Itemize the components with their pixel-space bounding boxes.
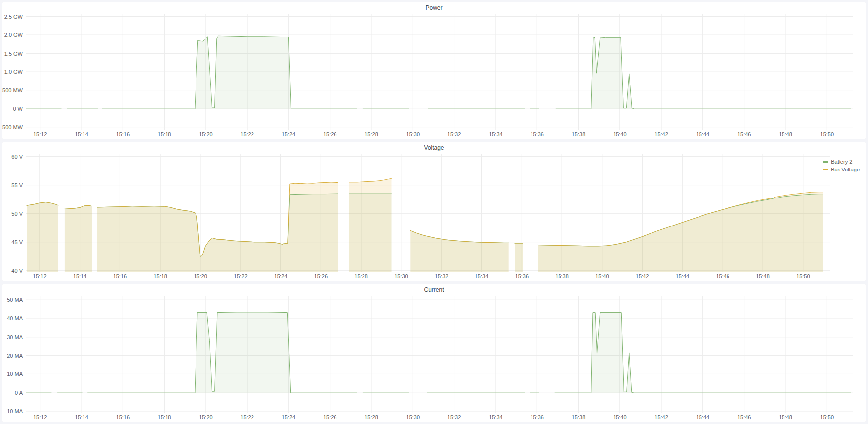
svg-text:15:26: 15:26 [323, 414, 337, 420]
svg-text:1.5 GW: 1.5 GW [4, 51, 23, 57]
svg-text:15:28: 15:28 [354, 273, 368, 279]
svg-text:15:44: 15:44 [696, 131, 710, 137]
svg-text:15:16: 15:16 [113, 273, 127, 279]
svg-text:15:38: 15:38 [572, 131, 586, 137]
battery-2-swatch-icon [823, 161, 828, 163]
svg-text:50 MA: 50 MA [7, 297, 23, 303]
svg-text:15:48: 15:48 [779, 131, 792, 137]
svg-text:15:22: 15:22 [240, 131, 254, 137]
svg-text:15:26: 15:26 [323, 131, 337, 137]
svg-text:15:18: 15:18 [158, 131, 171, 137]
svg-text:15:34: 15:34 [489, 414, 503, 420]
svg-text:15:30: 15:30 [394, 273, 408, 279]
svg-text:15:30: 15:30 [406, 414, 420, 420]
panel-voltage: Voltage 60 V55 V50 V45 V40 V15:1215:1415… [2, 142, 866, 281]
svg-text:15:26: 15:26 [314, 273, 328, 279]
svg-text:15:12: 15:12 [33, 273, 47, 279]
svg-text:2.5 GW: 2.5 GW [4, 14, 23, 20]
svg-text:15:30: 15:30 [406, 131, 420, 137]
svg-text:15:24: 15:24 [282, 131, 296, 137]
svg-text:2.0 GW: 2.0 GW [4, 32, 23, 38]
svg-text:1.0 GW: 1.0 GW [4, 69, 23, 75]
svg-text:15:40: 15:40 [613, 414, 627, 420]
svg-text:45 V: 45 V [11, 239, 23, 245]
voltage-legend: Battery 2 Bus Voltage [823, 158, 860, 173]
svg-text:15:24: 15:24 [282, 414, 296, 420]
svg-text:60 V: 60 V [11, 154, 23, 160]
svg-text:15:42: 15:42 [636, 273, 649, 279]
svg-text:15:46: 15:46 [737, 131, 751, 137]
panel-title-current[interactable]: Current [2, 284, 866, 295]
legend-label-battery-2: Battery 2 [831, 158, 852, 166]
svg-text:15:22: 15:22 [234, 273, 248, 279]
legend-item-battery-2[interactable]: Battery 2 [823, 158, 852, 166]
svg-text:10 MA: 10 MA [7, 371, 23, 377]
svg-text:40 MA: 40 MA [7, 315, 23, 321]
current-chart[interactable]: 50 MA40 MA30 MA20 MA10 MA0 A-10 MA15:121… [2, 295, 866, 422]
svg-text:15:16: 15:16 [116, 131, 130, 137]
svg-text:15:12: 15:12 [33, 414, 47, 420]
svg-text:15:44: 15:44 [696, 414, 710, 420]
svg-text:55 V: 55 V [11, 182, 23, 188]
svg-text:30 MA: 30 MA [7, 334, 23, 340]
svg-text:15:46: 15:46 [737, 414, 751, 420]
svg-text:15:42: 15:42 [654, 414, 668, 420]
svg-text:15:14: 15:14 [73, 273, 87, 279]
svg-text:0 A: 0 A [15, 390, 23, 396]
svg-text:15:38: 15:38 [572, 414, 586, 420]
svg-text:15:20: 15:20 [194, 273, 207, 279]
svg-text:15:20: 15:20 [199, 414, 213, 420]
svg-text:15:36: 15:36 [515, 273, 529, 279]
bus-voltage-swatch-icon [823, 169, 828, 170]
legend-item-bus-voltage[interactable]: Bus Voltage [823, 166, 860, 173]
svg-text:15:44: 15:44 [676, 273, 690, 279]
svg-text:15:46: 15:46 [716, 273, 729, 279]
panel-title-power[interactable]: Power [2, 2, 866, 13]
svg-text:15:28: 15:28 [364, 131, 378, 137]
panel-power: Power 2.5 GW2.0 GW1.5 GW1.0 GW500 MW0 W-… [2, 2, 866, 139]
legend-label-bus-voltage: Bus Voltage [831, 166, 860, 173]
svg-text:15:34: 15:34 [475, 273, 489, 279]
svg-text:-500 MW: -500 MW [2, 124, 23, 130]
svg-text:15:36: 15:36 [530, 131, 544, 137]
svg-text:-10 MA: -10 MA [5, 408, 23, 414]
svg-text:15:48: 15:48 [779, 414, 792, 420]
svg-text:15:28: 15:28 [364, 414, 378, 420]
dashboard: Power 2.5 GW2.0 GW1.5 GW1.0 GW500 MW0 W-… [0, 0, 868, 424]
svg-text:15:42: 15:42 [654, 131, 668, 137]
svg-text:50 V: 50 V [11, 211, 23, 217]
svg-text:15:14: 15:14 [75, 131, 88, 137]
svg-text:40 V: 40 V [11, 268, 23, 274]
svg-text:15:18: 15:18 [158, 414, 171, 420]
panel-current: Current 50 MA40 MA30 MA20 MA10 MA0 A-10 … [2, 284, 866, 422]
svg-text:15:32: 15:32 [435, 273, 448, 279]
svg-text:15:50: 15:50 [820, 414, 834, 420]
panel-title-voltage[interactable]: Voltage [2, 142, 866, 153]
svg-text:15:50: 15:50 [820, 131, 834, 137]
svg-text:20 MA: 20 MA [7, 353, 23, 359]
svg-text:15:18: 15:18 [153, 273, 167, 279]
svg-text:15:24: 15:24 [274, 273, 288, 279]
svg-text:15:32: 15:32 [448, 131, 461, 137]
svg-text:15:20: 15:20 [199, 131, 213, 137]
svg-text:15:50: 15:50 [796, 273, 810, 279]
svg-text:15:38: 15:38 [555, 273, 569, 279]
svg-text:15:14: 15:14 [75, 414, 88, 420]
svg-text:15:40: 15:40 [613, 131, 627, 137]
svg-text:15:32: 15:32 [448, 414, 461, 420]
svg-text:15:36: 15:36 [530, 414, 544, 420]
voltage-chart[interactable]: 60 V55 V50 V45 V40 V15:1215:1415:1615:18… [2, 153, 866, 281]
svg-text:0 W: 0 W [13, 106, 23, 112]
power-chart[interactable]: 2.5 GW2.0 GW1.5 GW1.0 GW500 MW0 W-500 MW… [2, 13, 866, 139]
svg-text:15:34: 15:34 [489, 131, 503, 137]
svg-text:15:48: 15:48 [756, 273, 770, 279]
svg-text:15:12: 15:12 [33, 131, 47, 137]
svg-text:500 MW: 500 MW [2, 87, 23, 93]
svg-text:15:22: 15:22 [240, 414, 254, 420]
svg-text:15:16: 15:16 [116, 414, 130, 420]
svg-text:15:40: 15:40 [595, 273, 609, 279]
